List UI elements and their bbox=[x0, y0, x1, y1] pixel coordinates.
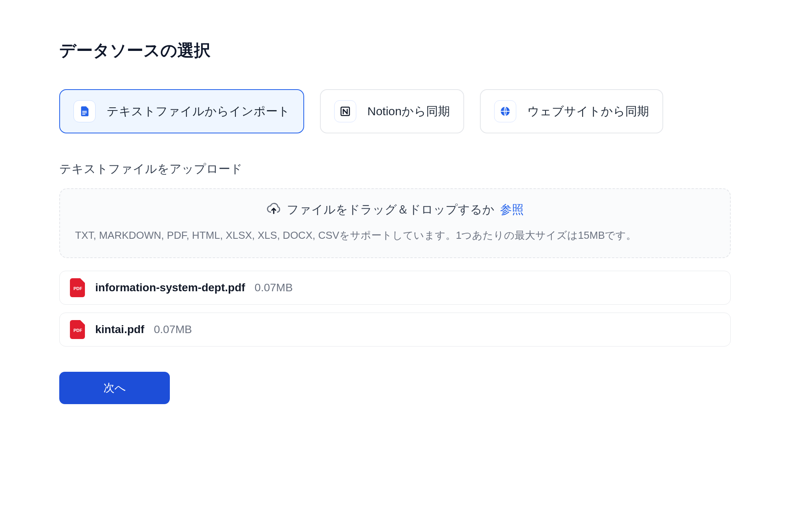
source-label: Notionから同期 bbox=[367, 103, 450, 120]
dropzone-drag-text: ファイルをドラッグ＆ドロップするか bbox=[287, 202, 495, 218]
file-size: 0.07MB bbox=[255, 281, 293, 294]
source-label: ウェブサイトから同期 bbox=[527, 103, 649, 120]
uploaded-file-list: PDF information-system-dept.pdf 0.07MB P… bbox=[59, 271, 731, 347]
svg-text:PDF: PDF bbox=[73, 286, 82, 291]
dropzone-hint: TXT, MARKDOWN, PDF, HTML, XLSX, XLS, DOC… bbox=[75, 227, 715, 244]
globe-icon bbox=[494, 100, 516, 122]
dropzone-instruction: ファイルをドラッグ＆ドロップするか 参照 bbox=[75, 201, 715, 219]
upload-cloud-icon bbox=[266, 201, 281, 219]
pdf-file-icon: PDF bbox=[70, 320, 86, 339]
next-button[interactable]: 次へ bbox=[59, 372, 170, 404]
file-name: kintai.pdf bbox=[95, 323, 144, 336]
browse-link[interactable]: 参照 bbox=[500, 202, 524, 218]
source-notion[interactable]: Notionから同期 bbox=[320, 89, 464, 133]
svg-text:PDF: PDF bbox=[73, 328, 82, 333]
list-item[interactable]: PDF kintai.pdf 0.07MB bbox=[59, 313, 731, 347]
source-text-file[interactable]: テキストファイルからインポート bbox=[59, 89, 304, 133]
upload-section-title: テキストファイルをアップロード bbox=[59, 161, 731, 177]
file-name: information-system-dept.pdf bbox=[95, 281, 245, 294]
source-label: テキストファイルからインポート bbox=[107, 103, 290, 120]
list-item[interactable]: PDF information-system-dept.pdf 0.07MB bbox=[59, 271, 731, 305]
notion-icon bbox=[334, 100, 356, 122]
file-dropzone[interactable]: ファイルをドラッグ＆ドロップするか 参照 TXT, MARKDOWN, PDF,… bbox=[59, 188, 731, 258]
data-source-options: テキストファイルからインポート Notionから同期 ウェブサイトから同期 bbox=[59, 89, 731, 133]
file-size: 0.07MB bbox=[154, 323, 192, 336]
text-file-icon bbox=[73, 100, 96, 122]
source-website[interactable]: ウェブサイトから同期 bbox=[480, 89, 663, 133]
pdf-file-icon: PDF bbox=[70, 278, 86, 297]
page-title: データソースの選択 bbox=[59, 39, 731, 62]
